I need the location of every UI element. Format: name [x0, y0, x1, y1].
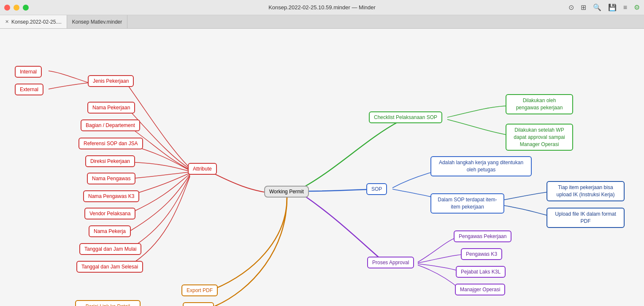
node-dalam-sop[interactable]: Dalam SOP terdapat item-item pekerjaan [430, 193, 504, 214]
menu-icon[interactable]: ≡ [623, 4, 627, 11]
node-export-pdf[interactable]: Export PDF [181, 284, 218, 296]
close-button[interactable] [4, 5, 10, 11]
save-icon[interactable]: 💾 [608, 3, 617, 11]
node-attribute[interactable]: Attribute [188, 163, 217, 175]
zoom-icon[interactable]: 🔍 [593, 3, 601, 11]
node-sop[interactable]: SOP [366, 183, 387, 195]
tab-close-konsep[interactable]: ✕ [5, 19, 9, 24]
node-pengawas-pekerjaan[interactable]: Pengawas Pekerjaan [454, 230, 511, 242]
maximize-button[interactable] [23, 5, 29, 11]
grid-icon[interactable]: ⊞ [581, 3, 586, 11]
target-icon[interactable]: ⊙ [568, 3, 574, 11]
node-bagian-departement[interactable]: Bagian / Departement [81, 119, 140, 131]
node-nama-pengawas-k3[interactable]: Nama Pengawas K3 [83, 190, 139, 202]
node-tiap-item[interactable]: Tiap item pekerjaan bisa upload IK (Inst… [547, 181, 625, 201]
node-manajger-operasi[interactable]: Manajger Operasi [455, 284, 505, 295]
node-external[interactable]: External [15, 84, 43, 95]
node-berisi-link[interactable]: Berisi Link ke Detail Working Permit [75, 300, 141, 306]
node-direksi-pekerjaan[interactable]: Direksi Pekerjaan [85, 155, 135, 167]
tabbar: ✕ Konsep.2022-02-25.... Konsep Matlev.mi… [0, 15, 644, 29]
node-internal[interactable]: Internal [15, 66, 42, 78]
tab-matlev[interactable]: Konsep Matlev.minder [67, 15, 128, 28]
titlebar: Konsep.2022-02-25.10.59.minder — Minder … [0, 0, 644, 15]
toolbar-right: ⊙ ⊞ 🔍 💾 ≡ ⚙ [568, 3, 640, 11]
node-jenis-pekerjaan[interactable]: Jenis Pekerjaan [88, 75, 134, 87]
node-checklist[interactable]: Checklist Pelaksanaan SOP [369, 111, 442, 123]
node-tanggal-selesai[interactable]: Tanggal dan Jam Selesai [76, 261, 143, 273]
node-dilakukan-pengawas[interactable]: Dilakukan oleh pengawas pekerjaan [506, 94, 573, 114]
node-pejabat-laks[interactable]: Pejabat Laks K3L [456, 266, 506, 278]
node-adalah-langkah[interactable]: Adalah langkah kerja yang ditentukan ole… [430, 156, 532, 176]
node-proses-approval[interactable]: Proses Approval [367, 257, 414, 268]
tab-konsep[interactable]: ✕ Konsep.2022-02-25.... [0, 15, 67, 28]
node-pengawas-k3[interactable]: Pengawas K3 [461, 248, 502, 260]
node-vendor-pelaksana[interactable]: Vendor Pelaksana [84, 208, 135, 219]
node-qr-code[interactable]: QR Code [183, 302, 214, 306]
tab-label-matlev: Konsep Matlev.minder [72, 19, 122, 25]
node-nama-pekerja[interactable]: Nama Pekerja [89, 225, 131, 237]
canvas[interactable]: Working Permit Attribute Jenis Pekerjaan… [0, 29, 644, 306]
minimize-button[interactable] [14, 5, 19, 11]
node-referensi-sop[interactable]: Referensi SOP dan JSA [78, 138, 143, 149]
node-dilakukan-setelah[interactable]: Dilakukan setelah WP dapat approval samp… [506, 124, 573, 151]
window-title: Konsep.2022-02-25.10.59.minder — Minder [268, 4, 376, 11]
node-tanggal-mulai[interactable]: Tanggal dan Jam Mulai [79, 243, 141, 255]
node-working-permit[interactable]: Working Permit [264, 186, 309, 198]
tab-label-konsep: Konsep.2022-02-25.... [11, 19, 62, 25]
settings-icon[interactable]: ⚙ [634, 3, 640, 11]
node-nama-pekerjaan[interactable]: Nama Pekerjaan [87, 102, 135, 114]
window-controls [4, 5, 29, 11]
node-upload-file[interactable]: Upload file IK dalam format PDF [547, 208, 625, 228]
node-nama-pengawas[interactable]: Nama Pengawas [87, 173, 135, 184]
